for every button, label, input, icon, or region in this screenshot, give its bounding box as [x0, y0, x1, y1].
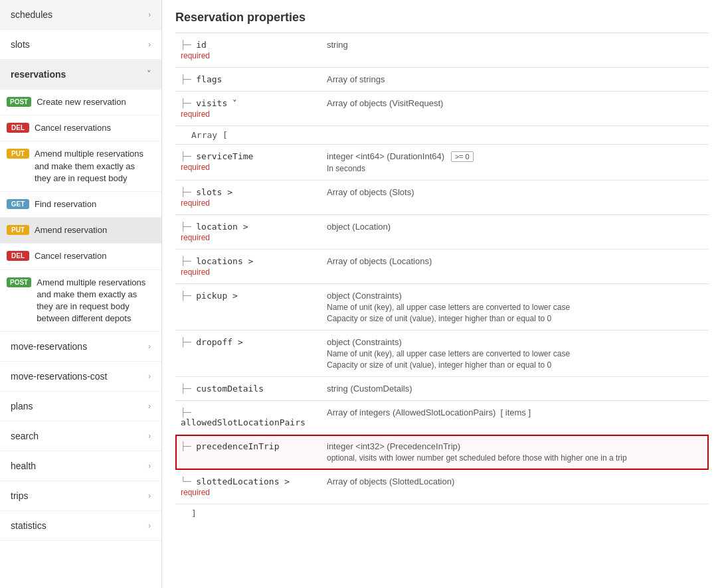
post-badge: POST — [7, 277, 31, 287]
sub-item-label: Amend reservation — [35, 224, 107, 236]
chevron-right-icon: › — [148, 10, 151, 19]
prop-type: string (CustomDetails) — [321, 377, 709, 401]
sidebar-item-label: search — [11, 431, 39, 441]
chevron-right-icon: › — [148, 372, 151, 381]
sidebar-item-search[interactable]: search › — [0, 421, 161, 451]
table-row: ├─ customDetails string (CustomDetails) — [175, 377, 709, 401]
sidebar-item-label: reservations — [11, 69, 66, 80]
post-badge: POST — [7, 97, 31, 107]
prop-type: object (Location) — [321, 215, 709, 250]
sidebar-item-move-reservations-cost[interactable]: move-reservations-cost › — [0, 362, 161, 392]
prop-description: In seconds — [327, 164, 703, 173]
tree-line: ├─ — [181, 151, 191, 161]
tree-line: ├─ — [181, 291, 191, 301]
tree-line: ├─ — [181, 98, 191, 108]
page-title: Reservation properties — [175, 0, 709, 33]
chevron-right-icon: › — [148, 521, 151, 530]
close-bracket: ] — [175, 504, 709, 522]
sub-item-label: Create new reservation — [37, 96, 126, 108]
sidebar-item-label: plans — [11, 401, 33, 411]
after-array-table: └─ slottedLocations > required Array of … — [175, 470, 709, 504]
sidebar-item-reservations[interactable]: reservations ˅ — [0, 60, 161, 90]
table-row: ├─ flags Array of strings — [175, 68, 709, 92]
table-row: ├─ dropoff > object (Constraints) Name o… — [175, 331, 709, 377]
prop-name: customDetails — [196, 384, 264, 394]
del-badge: DEL — [7, 251, 29, 261]
table-row: ├─ locations > required Array of objects… — [175, 250, 709, 284]
chevron-right-icon: › — [148, 402, 151, 411]
sub-item-cancel-reservations[interactable]: DEL Cancel reservations — [0, 115, 161, 141]
chevron-right-icon: › — [148, 342, 151, 351]
sub-item-amend-multiple[interactable]: PUT Amend multiple reservations and make… — [0, 141, 161, 192]
main-content: Reservation properties ├─ id required st… — [162, 0, 722, 588]
sidebar-item-statistics[interactable]: statistics › — [0, 511, 161, 541]
put-badge: PUT — [7, 225, 29, 235]
del-badge: DEL — [7, 123, 29, 133]
tree-line: ├─ — [181, 407, 191, 417]
prop-name: allowedSlotLocationPairs — [181, 417, 306, 427]
sidebar-item-move-reservations[interactable]: move-reservations › — [0, 332, 161, 362]
prop-type: string — [321, 33, 709, 68]
prop-type: Array of objects (VisitRequest) — [321, 92, 709, 126]
prop-type: Array of strings — [321, 68, 709, 92]
prop-type: integer <int32> (PrecedenceInTrip) optio… — [321, 435, 709, 470]
get-badge: GET — [7, 199, 29, 209]
prop-name: dropoff > — [196, 337, 242, 347]
sidebar-item-plans[interactable]: plans › — [0, 392, 161, 421]
prop-name: slottedLocations > — [196, 477, 290, 486]
prop-type: Array of objects (Locations) — [321, 250, 709, 284]
reservations-sub-items: POST Create new reservation DEL Cancel r… — [0, 90, 161, 332]
sub-item-cancel-reservation[interactable]: DEL Cancel reservation — [0, 244, 161, 269]
prop-required: required — [181, 198, 316, 208]
sub-item-label: Amend multiple reservations and make the… — [37, 277, 153, 325]
sidebar-item-health[interactable]: health › — [0, 451, 161, 481]
sidebar-item-label: slots — [11, 39, 30, 50]
sub-item-label: Find reservation — [35, 198, 96, 210]
tree-line: ├─ — [181, 74, 191, 84]
sidebar-item-label: statistics — [11, 520, 46, 531]
put-badge: PUT — [7, 149, 29, 159]
prop-required: required — [181, 51, 316, 60]
prop-type: Array of integers (AllowedSlotLocationPa… — [321, 401, 709, 435]
sidebar-item-slots[interactable]: slots › — [0, 30, 161, 60]
tree-line: ├─ — [181, 40, 191, 50]
sub-item-amend-depots[interactable]: POST Amend multiple reservations and mak… — [0, 270, 161, 332]
sub-item-label: Cancel reservation — [35, 250, 106, 262]
chevron-right-icon: › — [148, 40, 151, 49]
prop-name: pickup > — [196, 291, 238, 301]
sidebar-item-schedules[interactable]: schedules › — [0, 0, 161, 30]
sidebar: schedules › slots › reservations ˅ POST … — [0, 0, 162, 588]
sidebar-item-label: health — [11, 461, 36, 471]
tree-line: └─ — [181, 477, 191, 486]
prop-description: Name of unit (key), all upper case lette… — [327, 303, 703, 312]
prop-description2: Capacity or size of unit (value), intege… — [327, 360, 703, 370]
sub-item-label: Cancel reservations — [35, 122, 111, 134]
prop-constraint: >= 0 — [451, 151, 474, 162]
properties-table: ├─ id required string ├─ flags Array of … — [175, 33, 709, 126]
prop-description2: Capacity or size of unit (value), intege… — [327, 314, 703, 323]
prop-name: location > — [196, 222, 248, 232]
chevron-right-icon: › — [148, 461, 151, 471]
table-row: ├─ allowedSlotLocationPairs Array of int… — [175, 401, 709, 435]
table-row: ├─ location > required object (Location) — [175, 215, 709, 250]
tree-line: ├─ — [181, 337, 191, 347]
tree-line: ├─ — [181, 187, 191, 197]
sub-item-find-reservation[interactable]: GET Find reservation — [0, 192, 161, 218]
sidebar-item-trips[interactable]: trips › — [0, 481, 161, 511]
chevron-right-icon: › — [148, 491, 151, 500]
prop-type: integer <int64> (DurationInt64) >= 0 In … — [321, 145, 709, 181]
array-open-bracket: Array [ — [175, 126, 709, 145]
sub-item-amend-reservation[interactable]: PUT Amend reservation — [0, 218, 161, 244]
prop-name: locations > — [196, 256, 253, 266]
prop-type: Array of objects (SlottedLocation) — [321, 470, 709, 504]
tree-line: ├─ — [181, 441, 191, 451]
prop-name: visits ˅ — [196, 98, 237, 108]
prop-name: serviceTime — [196, 151, 253, 161]
sub-item-create-reservation[interactable]: POST Create new reservation — [0, 90, 161, 115]
prop-type: Array of objects (Slots) — [321, 181, 709, 215]
chevron-down-icon: ˅ — [147, 70, 151, 79]
table-row: ├─ slots > required Array of objects (Sl… — [175, 181, 709, 215]
sidebar-item-label: move-reservations — [11, 341, 87, 352]
prop-required: required — [181, 233, 316, 242]
prop-description: optional, visits with lower number get s… — [327, 453, 703, 463]
